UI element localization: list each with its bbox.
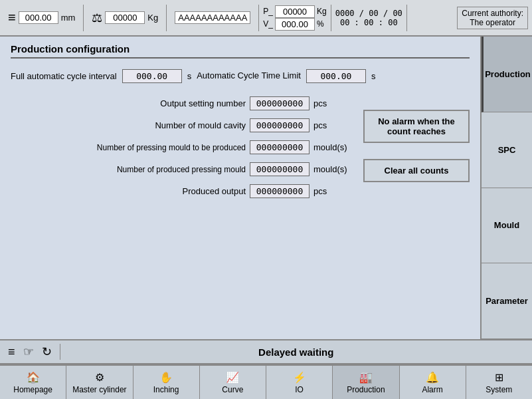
p-label: P_ [263, 7, 273, 16]
pressing-input[interactable] [250, 140, 310, 154]
nav-parameter[interactable]: Parameter [482, 263, 532, 339]
output2-unit: pcs [313, 186, 350, 196]
datetime1: 0000 / 00 / 00 [335, 9, 402, 18]
bot-production[interactable]: 🏭 Production [333, 366, 399, 399]
home-icon: 🏠 [27, 371, 40, 384]
speed-icon: ≡ [8, 10, 16, 25]
production-icon: 🏭 [359, 371, 373, 384]
bottom-nav: 🏠 Homepage ⚙ Master cylinder ✋ Inching 📈… [0, 364, 532, 399]
status-bar: ≡ ☞ ↻ Delayed waiting [0, 339, 532, 364]
interval-unit: s [187, 71, 192, 81]
divider1 [83, 5, 84, 31]
bot-homepage-label: Homepage [13, 385, 52, 394]
form-left: Output setting number pcs Number of moul… [11, 96, 350, 206]
cylinder-icon: ⚙ [95, 371, 104, 384]
output-label: Output setting number [11, 98, 246, 108]
produced-label: Number of produced pressing mould [11, 165, 246, 174]
bot-master-cylinder-label: Master cylinder [72, 385, 126, 394]
nav-mould[interactable]: Mould [482, 188, 532, 264]
speed-value: 000.00 [19, 11, 58, 24]
output-row: Output setting number pcs [11, 96, 350, 110]
main-area: Production configuration Full automatic … [0, 37, 532, 339]
page-title: Production configuration [11, 43, 470, 59]
interval-label: Full automatic cycle interval [11, 71, 117, 81]
nav-spc[interactable]: SPC [482, 112, 532, 188]
system-icon: ⊞ [495, 371, 503, 384]
bot-alarm[interactable]: 🔔 Alarm [400, 366, 466, 399]
program-name: AAAAAAAAAAAA [175, 11, 250, 24]
divider2 [166, 5, 167, 31]
bot-io[interactable]: ⚡ IO [266, 366, 333, 399]
interval-row: Full automatic cycle interval s Automati… [11, 69, 470, 83]
clear-button[interactable]: Clear all counts [363, 159, 470, 182]
speed-section: ≡ 000.00 mm [4, 9, 79, 27]
status-text: Delayed waiting [68, 346, 524, 358]
status-icon-3: ↻ [42, 344, 52, 359]
output2-input[interactable] [250, 184, 310, 198]
produced-unit: mould(s) [313, 164, 350, 174]
status-icon-1: ≡ [8, 345, 15, 359]
bot-inching-label: Inching [153, 385, 179, 394]
form-area: Output setting number pcs Number of moul… [11, 96, 470, 206]
v-label: V_ [263, 19, 273, 29]
v-value: 000.00 [275, 18, 315, 31]
alarm-button[interactable]: No alarm when the count reaches [363, 110, 470, 143]
p-unit: Kg [317, 7, 327, 16]
right-nav: Production SPC Mould Parameter [480, 37, 532, 339]
status-icon-2: ☞ [23, 344, 34, 359]
output-input[interactable] [250, 96, 310, 110]
divider5 [406, 5, 407, 31]
speed-unit: mm [61, 13, 76, 23]
bot-homepage[interactable]: 🏠 Homepage [0, 366, 66, 399]
bot-alarm-label: Alarm [422, 385, 442, 394]
cycle-label: Automatic Cycle Time Limit [197, 70, 301, 82]
program-section: AAAAAAAAAAAA [171, 10, 254, 25]
bot-io-label: IO [295, 385, 304, 394]
output2-label: Produced output [11, 186, 246, 196]
weight-value: 00000 [105, 11, 145, 24]
output-unit: pcs [313, 98, 350, 108]
cavity-label: Number of mould cavity [11, 120, 246, 130]
pressing-row: Number of pressing mould to be produced … [11, 140, 350, 154]
authority-label: Current authority: [462, 9, 523, 18]
bot-curve-label: Curve [222, 385, 243, 394]
bot-system[interactable]: ⊞ System [466, 366, 532, 399]
nav-production[interactable]: Production [482, 37, 532, 112]
weight-section: ⚖ 00000 Kg [88, 9, 162, 27]
output2-row: Produced output pcs [11, 184, 350, 198]
io-icon: ⚡ [293, 371, 306, 384]
cycle-unit: s [371, 71, 376, 81]
bot-curve[interactable]: 📈 Curve [200, 366, 266, 399]
authority-value: The operator [462, 18, 523, 27]
alarm-icon: 🔔 [426, 371, 439, 384]
datetime2: 00 : 00 : 00 [340, 18, 398, 27]
produced-row: Number of produced pressing mould mould(… [11, 162, 350, 176]
pressing-unit: mould(s) [313, 142, 350, 152]
bot-production-label: Production [347, 385, 385, 394]
interval-input[interactable] [122, 69, 182, 83]
bot-system-label: System [486, 385, 512, 394]
weight-icon: ⚖ [92, 11, 102, 25]
v-unit: % [317, 19, 324, 29]
cavity-row: Number of mould cavity pcs [11, 118, 350, 132]
pressing-label: Number of pressing mould to be produced [11, 143, 246, 152]
datetime-section: 0000 / 00 / 00 00 : 00 : 00 [335, 9, 402, 27]
weight-unit: Kg [147, 13, 158, 23]
status-divider [60, 344, 60, 360]
curve-icon: 📈 [226, 371, 239, 384]
bot-inching[interactable]: ✋ Inching [133, 366, 200, 399]
form-right: No alarm when the count reaches Clear al… [363, 96, 470, 206]
content-area: Production configuration Full automatic … [0, 37, 480, 339]
divider3 [258, 5, 259, 31]
p-value: 00000 [275, 5, 315, 18]
authority-section: Current authority: The operator [457, 7, 528, 29]
divider4 [331, 5, 331, 31]
top-bar: ≡ 000.00 mm ⚖ 00000 Kg AAAAAAAAAAAA P_ 0… [0, 0, 532, 37]
cycle-input[interactable] [306, 69, 366, 83]
bot-master-cylinder[interactable]: ⚙ Master cylinder [66, 366, 133, 399]
cavity-input[interactable] [250, 118, 310, 132]
pv-section: P_ 00000 Kg V_ 000.00 % [263, 5, 326, 31]
produced-input[interactable] [250, 162, 310, 176]
cavity-unit: pcs [313, 120, 350, 130]
inching-icon: ✋ [159, 371, 173, 384]
